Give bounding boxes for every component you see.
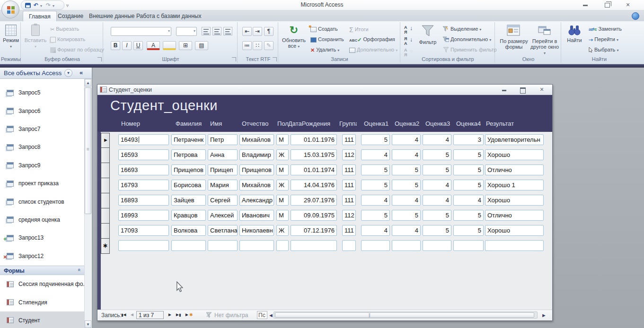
field-grade1[interactable]: 5 — [361, 180, 390, 190]
field-birthdate[interactable] — [291, 240, 337, 251]
field-grade3[interactable]: 4 — [423, 195, 451, 206]
section-collapse-icon[interactable]: « — [77, 268, 82, 271]
field-patronymic[interactable]: Владимир — [239, 149, 274, 160]
horizontal-scrollbar-thumb[interactable] — [275, 312, 534, 318]
scroll-left-icon[interactable]: ◄ — [268, 312, 273, 318]
first-record-icon[interactable]: ◄ — [121, 312, 127, 317]
field-grade4[interactable]: 3 — [453, 134, 484, 145]
field-birthdate[interactable]: 15.03.1975 — [291, 149, 337, 160]
close-button[interactable]: × — [621, 1, 635, 9]
new-record-nav-icon[interactable]: ►✱ — [185, 312, 193, 317]
switch-windows-button[interactable]: Перейти в другое окно ▾ — [530, 24, 559, 55]
field-lastname[interactable]: Петраченк — [171, 134, 206, 145]
fill-color-button[interactable] — [163, 41, 176, 50]
restore-button[interactable] — [600, 1, 614, 9]
field-grade4[interactable]: 5 — [453, 210, 484, 221]
help-icon[interactable] — [632, 12, 639, 20]
field-grade3[interactable] — [423, 240, 451, 251]
field-grade2[interactable]: 5 — [392, 210, 421, 221]
shutter-close-icon[interactable]: « — [79, 69, 83, 76]
sidebar-item-query[interactable]: список студентов — [0, 192, 85, 210]
size-to-fit-form-button[interactable]: По размеру формы — [499, 24, 529, 50]
field-grade2[interactable] — [392, 240, 421, 251]
field-result[interactable]: Хорошо — [485, 195, 544, 206]
field-birthdate[interactable]: 01.01.1976 — [291, 134, 337, 145]
field-birthdate[interactable]: 09.09.1975 — [291, 210, 337, 221]
tab-home[interactable]: Главная — [23, 11, 57, 21]
field-lastname[interactable]: Кравцов — [171, 210, 206, 221]
field-number[interactable]: 16593 — [118, 149, 169, 160]
field-lastname[interactable] — [171, 240, 206, 251]
field-grade1[interactable]: 4 — [361, 195, 390, 206]
scrollbar-thumb[interactable] — [85, 87, 91, 214]
field-grade3[interactable]: 5 — [423, 225, 451, 236]
font-name-combo[interactable] — [111, 27, 171, 36]
filter-button[interactable]: Фильтр — [416, 24, 439, 45]
field-result[interactable] — [485, 240, 544, 251]
field-lastname[interactable]: Петрова — [171, 149, 206, 160]
field-grade3[interactable]: 4 — [423, 180, 451, 190]
field-birthdate[interactable]: 07.12.1976 — [291, 225, 337, 236]
search-box[interactable]: Пс — [257, 311, 267, 319]
field-group[interactable]: 112 — [342, 210, 356, 221]
view-button[interactable]: Режим▾ — [2, 24, 19, 49]
field-grade1[interactable] — [361, 240, 390, 251]
underline-button[interactable]: U — [133, 41, 143, 50]
refresh-all-button[interactable]: ↻ Обновить все ▾ — [281, 24, 307, 49]
sidebar-item-query[interactable]: Запрос7 — [0, 120, 85, 138]
field-group[interactable] — [342, 240, 356, 251]
align-left-button[interactable] — [202, 27, 211, 35]
field-grade2[interactable]: 5 — [392, 180, 421, 190]
new-record-button[interactable]: Создать — [310, 26, 338, 32]
field-patronymic[interactable]: Михайлов — [239, 134, 274, 145]
field-group[interactable]: 112 — [342, 149, 356, 160]
field-grade1[interactable]: 5 — [361, 134, 390, 145]
field-firstname[interactable]: Сергей — [208, 195, 238, 206]
align-center-button[interactable] — [212, 27, 221, 35]
clipboard-dialog-launcher-icon[interactable] — [97, 57, 102, 61]
field-number[interactable]: 16693 — [118, 164, 169, 175]
field-grade3[interactable]: 5 — [423, 210, 451, 221]
field-group[interactable]: 111 — [342, 195, 356, 206]
forms-section-header[interactable]: Формы « — [0, 266, 85, 275]
field-grade2[interactable]: 4 — [392, 225, 421, 236]
scroll-right-icon[interactable]: ► — [541, 312, 547, 318]
field-group[interactable]: 111 — [342, 134, 356, 145]
office-button[interactable] — [1, 0, 19, 18]
sidebar-item-delete-query[interactable]: Запрос12 — [0, 247, 85, 265]
scroll-up-icon[interactable]: ▲ — [85, 79, 91, 86]
field-gender[interactable]: Ж — [276, 149, 289, 160]
minimize-button[interactable] — [578, 1, 592, 9]
font-size-combo[interactable] — [176, 27, 197, 36]
italic-button[interactable]: I — [122, 41, 132, 50]
sidebar-item-append-query[interactable]: Запрос13 — [0, 229, 85, 247]
sidebar-item-query[interactable]: Запрос8 — [0, 138, 85, 156]
record-position-box[interactable]: 1 из 7 — [136, 311, 164, 319]
increase-indent-button[interactable]: ⇥ — [253, 27, 262, 36]
spelling-button[interactable]: ABC✓Орфография — [349, 36, 395, 43]
horizontal-scrollbar[interactable] — [273, 311, 538, 319]
field-grade1[interactable]: 4 — [361, 149, 390, 160]
navigation-pane-header[interactable]: Все объекты Access ▼ « — [0, 68, 92, 79]
select-button[interactable]: Выбрать ▾ — [589, 47, 618, 53]
field-patronymic[interactable] — [239, 240, 274, 251]
sidebar-scrollbar[interactable]: ▲ ▼ — [84, 79, 91, 328]
advanced-filter-button[interactable]: Дополнительно ▾ — [443, 36, 491, 43]
field-grade2[interactable]: 4 — [392, 149, 421, 160]
tab-database-tools[interactable]: Работа с базами данных — [131, 11, 207, 21]
sidebar-item-form[interactable]: Стипендия — [0, 293, 85, 311]
form-close-button[interactable]: × — [535, 86, 548, 94]
field-lastname[interactable]: Зайцев — [171, 195, 206, 206]
field-gender[interactable]: Ж — [276, 225, 289, 236]
field-grade2[interactable]: 4 — [392, 134, 421, 145]
field-grade3[interactable]: 5 — [423, 149, 451, 160]
field-lastname[interactable]: Борисова — [171, 180, 206, 190]
field-grade4[interactable]: 4 — [453, 195, 484, 206]
sidebar-item-form-selected[interactable]: Студент — [0, 311, 85, 328]
field-patronymic[interactable]: Александр — [239, 195, 274, 206]
field-number[interactable] — [118, 240, 169, 251]
field-firstname[interactable]: Анна — [208, 149, 238, 160]
form-window-titlebar[interactable]: Студент_оценки × — [97, 85, 552, 95]
field-lastname[interactable]: Волкова — [171, 225, 206, 236]
navigation-dropdown-icon[interactable]: ▼ — [64, 69, 72, 77]
